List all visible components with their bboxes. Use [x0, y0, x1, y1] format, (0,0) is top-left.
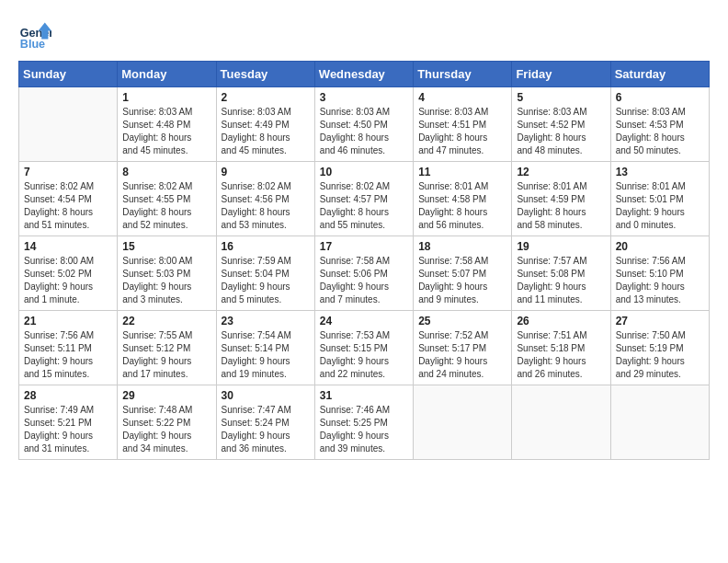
calendar-cell: 16Sunrise: 7:59 AM Sunset: 5:04 PM Dayli… [216, 236, 314, 311]
day-info: Sunrise: 8:03 AM Sunset: 4:52 PM Dayligh… [517, 106, 605, 157]
weekday-header: Sunday [19, 62, 118, 87]
day-number: 15 [122, 240, 210, 253]
day-info: Sunrise: 7:58 AM Sunset: 5:07 PM Dayligh… [418, 255, 506, 306]
calendar-cell: 31Sunrise: 7:46 AM Sunset: 5:25 PM Dayli… [314, 385, 413, 460]
day-number: 1 [122, 91, 210, 104]
calendar-header: SundayMondayTuesdayWednesdayThursdayFrid… [19, 62, 710, 87]
day-info: Sunrise: 7:48 AM Sunset: 5:22 PM Dayligh… [122, 404, 210, 455]
calendar-cell: 8Sunrise: 8:02 AM Sunset: 4:55 PM Daylig… [118, 162, 216, 236]
day-info: Sunrise: 7:56 AM Sunset: 5:11 PM Dayligh… [24, 329, 112, 381]
day-number: 28 [24, 389, 112, 402]
day-info: Sunrise: 7:46 AM Sunset: 5:25 PM Dayligh… [320, 404, 408, 455]
day-info: Sunrise: 7:57 AM Sunset: 5:08 PM Dayligh… [517, 255, 605, 306]
calendar-week-row: 1Sunrise: 8:03 AM Sunset: 4:48 PM Daylig… [19, 87, 710, 162]
day-info: Sunrise: 8:00 AM Sunset: 5:02 PM Dayligh… [24, 255, 112, 306]
day-number: 4 [418, 91, 506, 104]
day-number: 10 [320, 166, 408, 178]
day-info: Sunrise: 7:53 AM Sunset: 5:15 PM Dayligh… [320, 329, 408, 381]
calendar-cell: 9Sunrise: 8:02 AM Sunset: 4:56 PM Daylig… [216, 162, 314, 236]
day-number: 30 [222, 389, 310, 402]
day-info: Sunrise: 8:03 AM Sunset: 4:50 PM Dayligh… [320, 106, 408, 157]
calendar-cell [610, 385, 709, 460]
day-number: 22 [122, 315, 210, 327]
logo-icon: General Blue [18, 18, 51, 52]
weekday-row: SundayMondayTuesdayWednesdayThursdayFrid… [19, 62, 710, 87]
calendar-cell: 18Sunrise: 7:58 AM Sunset: 5:07 PM Dayli… [414, 236, 512, 311]
day-info: Sunrise: 7:51 AM Sunset: 5:18 PM Dayligh… [517, 329, 605, 381]
calendar-cell: 24Sunrise: 7:53 AM Sunset: 5:15 PM Dayli… [314, 311, 413, 385]
day-info: Sunrise: 8:01 AM Sunset: 4:59 PM Dayligh… [517, 180, 605, 232]
calendar-cell: 17Sunrise: 7:58 AM Sunset: 5:06 PM Dayli… [314, 236, 413, 311]
day-info: Sunrise: 7:56 AM Sunset: 5:10 PM Dayligh… [616, 255, 704, 306]
weekday-header: Thursday [414, 62, 512, 87]
day-info: Sunrise: 8:01 AM Sunset: 5:01 PM Dayligh… [616, 180, 704, 232]
day-number: 29 [122, 389, 210, 402]
day-number: 7 [24, 166, 112, 178]
day-number: 21 [24, 315, 112, 327]
calendar-cell: 13Sunrise: 8:01 AM Sunset: 5:01 PM Dayli… [610, 162, 709, 236]
day-info: Sunrise: 7:55 AM Sunset: 5:12 PM Dayligh… [122, 329, 210, 381]
day-number: 19 [517, 240, 605, 253]
calendar-cell: 30Sunrise: 7:47 AM Sunset: 5:24 PM Dayli… [216, 385, 314, 460]
weekday-header: Friday [512, 62, 610, 87]
logo: General Blue [18, 18, 57, 52]
calendar-cell: 4Sunrise: 8:03 AM Sunset: 4:51 PM Daylig… [414, 87, 512, 162]
day-number: 14 [24, 240, 112, 253]
weekday-header: Wednesday [314, 62, 413, 87]
calendar-week-row: 21Sunrise: 7:56 AM Sunset: 5:11 PM Dayli… [19, 311, 710, 385]
day-number: 8 [122, 166, 210, 178]
calendar-cell: 3Sunrise: 8:03 AM Sunset: 4:50 PM Daylig… [314, 87, 413, 162]
calendar-cell: 25Sunrise: 7:52 AM Sunset: 5:17 PM Dayli… [414, 311, 512, 385]
calendar-cell: 27Sunrise: 7:50 AM Sunset: 5:19 PM Dayli… [610, 311, 709, 385]
calendar-cell: 12Sunrise: 8:01 AM Sunset: 4:59 PM Dayli… [512, 162, 610, 236]
day-info: Sunrise: 8:02 AM Sunset: 4:57 PM Dayligh… [320, 180, 408, 232]
calendar-cell: 14Sunrise: 8:00 AM Sunset: 5:02 PM Dayli… [19, 236, 118, 311]
day-number: 5 [517, 91, 605, 104]
calendar-week-row: 7Sunrise: 8:02 AM Sunset: 4:54 PM Daylig… [19, 162, 710, 236]
day-info: Sunrise: 7:50 AM Sunset: 5:19 PM Dayligh… [616, 329, 704, 381]
calendar-cell: 20Sunrise: 7:56 AM Sunset: 5:10 PM Dayli… [610, 236, 709, 311]
calendar-body: 1Sunrise: 8:03 AM Sunset: 4:48 PM Daylig… [19, 87, 710, 460]
day-info: Sunrise: 7:52 AM Sunset: 5:17 PM Dayligh… [418, 329, 506, 381]
day-number: 26 [517, 315, 605, 327]
weekday-header: Monday [118, 62, 216, 87]
day-info: Sunrise: 7:58 AM Sunset: 5:06 PM Dayligh… [320, 255, 408, 306]
day-number: 31 [320, 389, 408, 402]
day-info: Sunrise: 8:00 AM Sunset: 5:03 PM Dayligh… [122, 255, 210, 306]
day-number: 27 [616, 315, 704, 327]
day-info: Sunrise: 8:01 AM Sunset: 4:58 PM Dayligh… [418, 180, 506, 232]
calendar-cell: 22Sunrise: 7:55 AM Sunset: 5:12 PM Dayli… [118, 311, 216, 385]
calendar-cell: 11Sunrise: 8:01 AM Sunset: 4:58 PM Dayli… [414, 162, 512, 236]
calendar-cell: 5Sunrise: 8:03 AM Sunset: 4:52 PM Daylig… [512, 87, 610, 162]
day-info: Sunrise: 7:49 AM Sunset: 5:21 PM Dayligh… [24, 404, 112, 455]
day-info: Sunrise: 8:03 AM Sunset: 4:48 PM Dayligh… [122, 106, 210, 157]
day-number: 17 [320, 240, 408, 253]
day-info: Sunrise: 8:03 AM Sunset: 4:51 PM Dayligh… [418, 106, 506, 157]
calendar-cell: 7Sunrise: 8:02 AM Sunset: 4:54 PM Daylig… [19, 162, 118, 236]
calendar-cell: 26Sunrise: 7:51 AM Sunset: 5:18 PM Dayli… [512, 311, 610, 385]
day-info: Sunrise: 8:02 AM Sunset: 4:54 PM Dayligh… [24, 180, 112, 232]
calendar-cell: 28Sunrise: 7:49 AM Sunset: 5:21 PM Dayli… [19, 385, 118, 460]
calendar-cell: 6Sunrise: 8:03 AM Sunset: 4:53 PM Daylig… [610, 87, 709, 162]
day-number: 6 [616, 91, 704, 104]
day-info: Sunrise: 8:02 AM Sunset: 4:55 PM Dayligh… [122, 180, 210, 232]
calendar-cell: 23Sunrise: 7:54 AM Sunset: 5:14 PM Dayli… [216, 311, 314, 385]
day-number: 12 [517, 166, 605, 178]
day-number: 16 [222, 240, 310, 253]
day-number: 9 [222, 166, 310, 178]
day-info: Sunrise: 8:03 AM Sunset: 4:49 PM Dayligh… [222, 106, 310, 157]
weekday-header: Saturday [610, 62, 709, 87]
day-info: Sunrise: 7:47 AM Sunset: 5:24 PM Dayligh… [222, 404, 310, 455]
calendar-cell: 2Sunrise: 8:03 AM Sunset: 4:49 PM Daylig… [216, 87, 314, 162]
day-number: 24 [320, 315, 408, 327]
svg-text:Blue: Blue [20, 38, 45, 51]
calendar-week-row: 28Sunrise: 7:49 AM Sunset: 5:21 PM Dayli… [19, 385, 710, 460]
calendar-cell: 1Sunrise: 8:03 AM Sunset: 4:48 PM Daylig… [118, 87, 216, 162]
calendar-week-row: 14Sunrise: 8:00 AM Sunset: 5:02 PM Dayli… [19, 236, 710, 311]
day-info: Sunrise: 8:02 AM Sunset: 4:56 PM Dayligh… [222, 180, 310, 232]
calendar-cell: 21Sunrise: 7:56 AM Sunset: 5:11 PM Dayli… [19, 311, 118, 385]
day-number: 25 [418, 315, 506, 327]
day-number: 2 [222, 91, 310, 104]
calendar-cell: 19Sunrise: 7:57 AM Sunset: 5:08 PM Dayli… [512, 236, 610, 311]
day-number: 11 [418, 166, 506, 178]
